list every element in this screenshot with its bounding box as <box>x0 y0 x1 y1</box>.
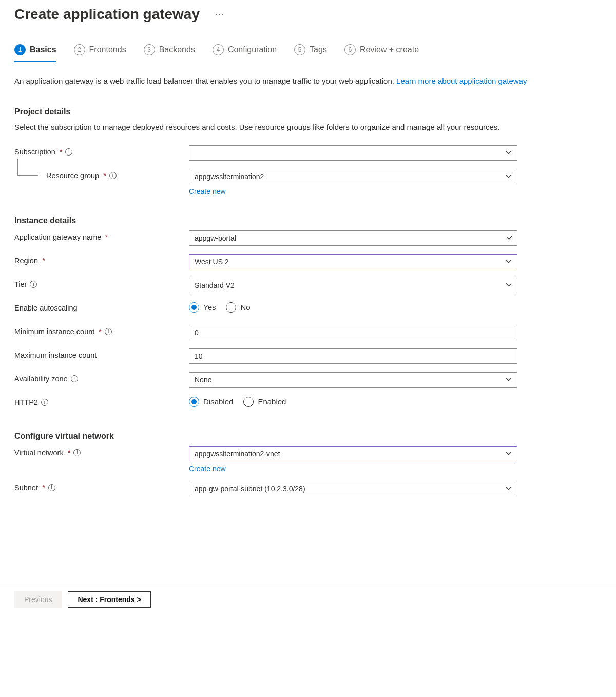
tab-configuration[interactable]: 4 Configuration <box>213 44 277 62</box>
subscription-select[interactable] <box>189 145 517 161</box>
label-text: Application gateway name <box>14 233 101 241</box>
chevron-down-icon <box>506 149 512 157</box>
info-icon[interactable]: i <box>30 281 37 288</box>
chevron-down-icon <box>506 376 512 384</box>
radio-icon <box>189 302 199 313</box>
label-text: Tier <box>14 280 27 288</box>
tab-number: 1 <box>14 44 26 55</box>
min-instance-count-label: Minimum instance count* i <box>14 325 189 336</box>
chevron-down-icon <box>506 258 512 266</box>
radio-label: Yes <box>203 303 216 312</box>
label-text: Subscription <box>14 148 55 156</box>
tab-label: Configuration <box>228 45 277 54</box>
tab-label: Basics <box>30 45 56 54</box>
required-star-icon: * <box>68 449 71 457</box>
radio-icon <box>189 397 199 407</box>
tab-tags[interactable]: 5 Tags <box>294 44 327 62</box>
intro-text: An application gateway is a web traffic … <box>14 75 602 87</box>
autoscaling-yes-radio[interactable]: Yes <box>189 302 216 313</box>
availability-zone-label: Availability zone i <box>14 372 189 383</box>
tab-backends[interactable]: 3 Backends <box>144 44 195 62</box>
create-new-vnet-link[interactable]: Create new <box>189 464 226 473</box>
subnet-label: Subnet* i <box>14 481 189 492</box>
app-gateway-name-input[interactable]: appgw-portal <box>189 230 517 246</box>
label-text: Region <box>14 257 38 265</box>
subnet-value: app-gw-portal-subnet (10.2.3.0/28) <box>195 485 305 493</box>
radio-icon <box>226 302 236 313</box>
wizard-tabs: 1 Basics 2 Frontends 3 Backends 4 Config… <box>14 44 602 62</box>
info-icon[interactable]: i <box>109 172 117 179</box>
info-icon[interactable]: i <box>105 328 112 335</box>
region-select[interactable]: West US 2 <box>189 254 517 269</box>
http2-disabled-radio[interactable]: Disabled <box>189 397 233 407</box>
virtual-network-select[interactable]: appgwssltermination2-vnet <box>189 446 517 461</box>
label-text: Resource group <box>46 171 99 180</box>
label-text: Availability zone <box>14 375 68 383</box>
wizard-footer: Previous Next : Frontends > <box>0 584 616 615</box>
tab-number: 6 <box>344 44 356 55</box>
tab-label: Frontends <box>89 45 126 54</box>
label-text: Enable autoscaling <box>14 304 78 312</box>
info-icon[interactable]: i <box>71 375 78 382</box>
required-star-icon: * <box>103 171 106 180</box>
info-icon[interactable]: i <box>65 148 72 156</box>
max-instance-count-input[interactable]: 10 <box>189 348 517 364</box>
http2-label: HTTP2 i <box>14 396 189 406</box>
tab-number: 4 <box>213 44 224 55</box>
required-star-icon: * <box>105 233 108 241</box>
tab-number: 2 <box>74 44 85 55</box>
label-text: Virtual network <box>14 449 64 457</box>
enable-autoscaling-label: Enable autoscaling <box>14 301 189 312</box>
tab-label: Tags <box>310 45 327 54</box>
info-icon[interactable]: i <box>73 449 81 456</box>
virtual-network-heading: Configure virtual network <box>14 432 602 441</box>
learn-more-link[interactable]: Learn more about application gateway <box>396 76 527 85</box>
http2-enabled-radio[interactable]: Enabled <box>243 397 286 407</box>
label-text: Subnet <box>14 483 38 492</box>
info-icon[interactable]: i <box>48 484 55 491</box>
label-text: HTTP2 <box>14 398 38 406</box>
tab-number: 5 <box>294 44 305 55</box>
region-value: West US 2 <box>195 258 229 266</box>
required-star-icon: * <box>60 148 63 156</box>
intro-body: An application gateway is a web traffic … <box>14 76 396 85</box>
subnet-select[interactable]: app-gw-portal-subnet (10.2.3.0/28) <box>189 481 517 496</box>
chevron-down-icon <box>506 485 512 493</box>
autoscaling-no-radio[interactable]: No <box>226 302 250 313</box>
tab-frontends[interactable]: 2 Frontends <box>74 44 126 62</box>
virtual-network-label: Virtual network* i <box>14 446 189 457</box>
tab-number: 3 <box>144 44 155 55</box>
region-label: Region* <box>14 254 189 265</box>
tier-select[interactable]: Standard V2 <box>189 278 517 293</box>
radio-label: No <box>240 303 250 312</box>
page-title: Create application gateway <box>14 6 200 23</box>
chevron-down-icon <box>506 172 512 181</box>
resource-group-label: Resource group* i <box>14 169 189 180</box>
tab-review-create[interactable]: 6 Review + create <box>344 44 419 62</box>
max-instance-count-label: Maximum instance count <box>14 348 189 359</box>
project-details-desc: Select the subscription to manage deploy… <box>14 122 602 133</box>
radio-label: Disabled <box>203 397 233 406</box>
tab-basics[interactable]: 1 Basics <box>14 44 56 62</box>
subscription-label: Subscription* i <box>14 145 189 156</box>
min-instance-count-input[interactable]: 0 <box>189 325 517 340</box>
max-instance-count-value: 10 <box>195 352 203 360</box>
info-icon[interactable]: i <box>41 399 48 406</box>
resource-group-select[interactable]: appgwssltermination2 <box>189 169 517 184</box>
create-new-resource-group-link[interactable]: Create new <box>189 187 226 196</box>
chevron-down-icon <box>506 281 512 289</box>
next-button[interactable]: Next : Frontends > <box>68 591 150 608</box>
required-star-icon: * <box>42 483 45 492</box>
more-actions-icon[interactable]: ⋯ <box>215 9 225 20</box>
label-text: Minimum instance count <box>14 327 94 336</box>
chevron-down-icon <box>506 450 512 458</box>
tier-label: Tier i <box>14 278 189 288</box>
min-instance-count-value: 0 <box>195 328 199 337</box>
availability-zone-value: None <box>195 376 211 384</box>
label-text: Maximum instance count <box>14 351 97 359</box>
radio-icon <box>243 397 254 407</box>
tier-value: Standard V2 <box>195 281 235 289</box>
availability-zone-select[interactable]: None <box>189 372 517 388</box>
app-gateway-name-value: appgw-portal <box>195 234 236 242</box>
tab-label: Backends <box>159 45 195 54</box>
